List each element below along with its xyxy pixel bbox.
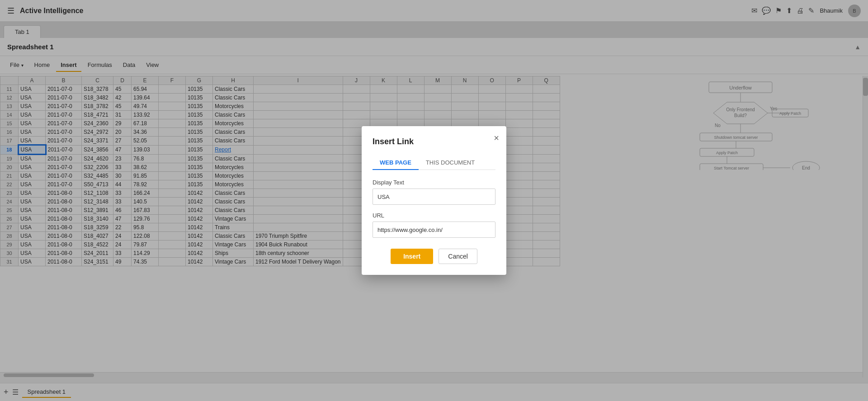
dialog-actions: Insert Cancel: [373, 249, 495, 264]
tab-webpage[interactable]: WEB PAGE: [373, 156, 419, 170]
insert-link-dialog: Insert Link × WEB PAGE THIS DOCUMENT Dis…: [362, 126, 506, 275]
cancel-button[interactable]: Cancel: [439, 249, 477, 264]
dialog-title: Insert Link: [373, 137, 495, 146]
url-input[interactable]: [373, 222, 495, 238]
dialog-close-button[interactable]: ×: [494, 133, 499, 142]
display-text-field: Display Text: [373, 179, 495, 205]
url-field: URL: [373, 212, 495, 238]
insert-button[interactable]: Insert: [391, 249, 433, 264]
tab-this-document[interactable]: THIS DOCUMENT: [419, 156, 482, 170]
display-text-input[interactable]: [373, 189, 495, 205]
app: ☰ Active Intelligence ✉ 💬 ⚑ ⬆ 🖨 ✎ Bhaumi…: [0, 0, 868, 401]
url-label: URL: [373, 212, 495, 219]
dialog-overlay: Insert Link × WEB PAGE THIS DOCUMENT Dis…: [0, 0, 868, 401]
display-text-label: Display Text: [373, 179, 495, 186]
dialog-tabs: WEB PAGE THIS DOCUMENT: [373, 156, 495, 170]
